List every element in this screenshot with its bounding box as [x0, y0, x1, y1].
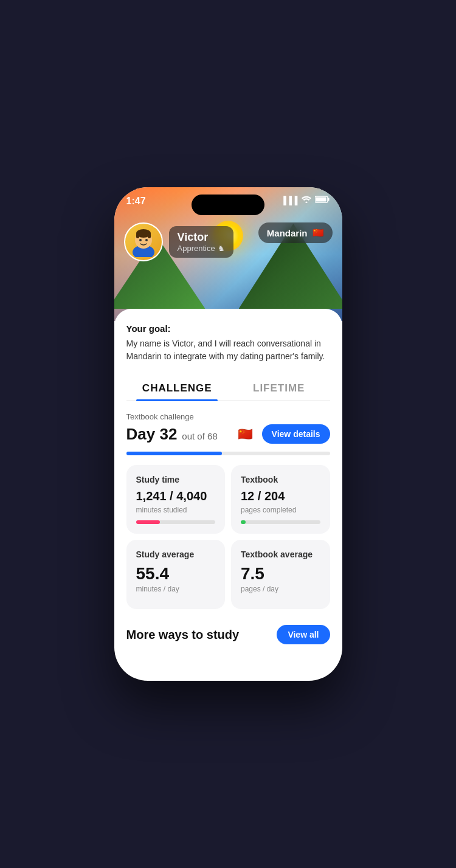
day-number: Day 32 — [126, 425, 178, 444]
stats-grid: Study time 1,241 / 4,040 minutes studied… — [126, 465, 330, 534]
tab-lifetime[interactable]: LIFETIME — [228, 375, 330, 401]
study-time-card: Study time 1,241 / 4,040 minutes studied — [126, 465, 226, 534]
challenge-progress-bar-fill — [126, 452, 222, 455]
study-avg-unit: minutes / day — [136, 585, 216, 593]
textbook-progress-fill — [241, 520, 246, 524]
profile-info-card: Victor Apprentice ♞ — [169, 226, 233, 258]
study-time-title: Study time — [136, 475, 216, 484]
scrollable-content[interactable]: 1:47 ▐▐▐ — [114, 187, 342, 648]
challenge-day: Day 32 out of 68 — [126, 425, 218, 444]
status-time: 1:47 — [126, 196, 146, 207]
profile-level: Apprentice ♞ — [178, 244, 225, 253]
more-ways-header: More ways to study View all — [114, 615, 342, 648]
study-time-progress-fill — [136, 520, 160, 524]
svg-point-0 — [305, 202, 307, 204]
svg-rect-3 — [316, 198, 326, 202]
textbook-unit: pages completed — [241, 506, 320, 514]
study-time-progress — [136, 520, 216, 524]
dynamic-island — [192, 195, 264, 215]
profile-name: Victor — [178, 231, 225, 244]
chess-icon: ♞ — [218, 244, 225, 253]
challenge-day-row: Day 32 out of 68 🇨🇳 View details — [126, 424, 330, 444]
battery-icon — [315, 196, 330, 205]
goal-label: Your goal: — [126, 323, 330, 334]
view-all-button[interactable]: View all — [277, 625, 330, 644]
tabs-container: CHALLENGE LIFETIME — [126, 375, 330, 401]
svg-rect-2 — [328, 198, 329, 201]
language-flag: 🇨🇳 — [313, 227, 324, 238]
study-avg-title: Study average — [136, 549, 216, 559]
textbook-value: 12 / 204 — [241, 489, 320, 503]
challenge-content: Textbook challenge Day 32 out of 68 🇨🇳 V… — [126, 401, 330, 609]
study-avg-value: 55.4 — [136, 564, 216, 584]
main-card: Your goal: My name is Victor, and I will… — [114, 309, 342, 609]
tab-challenge[interactable]: CHALLENGE — [126, 375, 229, 401]
phone-frame: 1:47 ▐▐▐ — [114, 187, 342, 681]
textbook-card: Textbook 12 / 204 pages completed — [231, 465, 330, 534]
day-actions: 🇨🇳 View details — [235, 424, 330, 444]
study-time-unit: minutes studied — [136, 506, 216, 514]
goal-text: My name is Victor, and I will reach conv… — [126, 337, 330, 363]
goal-section: Your goal: My name is Victor, and I will… — [126, 323, 330, 363]
textbook-title: Textbook — [241, 475, 320, 484]
view-details-button[interactable]: View details — [262, 424, 330, 444]
more-ways-title: More ways to study — [126, 628, 240, 642]
textbook-avg-title: Textbook average — [241, 549, 320, 559]
challenge-flag: 🇨🇳 — [235, 424, 256, 444]
svg-rect-8 — [148, 233, 151, 238]
study-time-value: 1,241 / 4,040 — [136, 489, 216, 503]
svg-rect-7 — [136, 233, 139, 238]
phone-screen: 1:47 ▐▐▐ — [114, 187, 342, 681]
textbook-avg-card: Textbook average 7.5 pages / day — [231, 540, 330, 609]
status-icons: ▐▐▐ — [281, 196, 330, 205]
textbook-avg-value: 7.5 — [241, 564, 320, 584]
avg-stats-grid: Study average 55.4 minutes / day Textboo… — [126, 540, 330, 609]
challenge-progress-bar-container — [126, 452, 330, 455]
language-badge[interactable]: Mandarin 🇨🇳 — [258, 222, 333, 243]
signal-icon: ▐▐▐ — [281, 196, 298, 205]
study-avg-card: Study average 55.4 minutes / day — [126, 540, 226, 609]
svg-point-9 — [139, 239, 142, 241]
avatar — [124, 222, 163, 261]
challenge-subtitle: Textbook challenge — [126, 412, 330, 421]
svg-point-10 — [145, 239, 148, 241]
textbook-progress — [241, 520, 320, 524]
content-wrapper: Your goal: My name is Victor, and I will… — [114, 309, 342, 648]
language-name: Mandarin — [267, 228, 308, 238]
wifi-icon — [302, 196, 311, 205]
profile-section: Victor Apprentice ♞ — [124, 222, 233, 261]
textbook-avg-unit: pages / day — [241, 585, 320, 593]
day-out-of: out of 68 — [182, 431, 217, 441]
profile-level-text: Apprentice — [178, 244, 215, 253]
